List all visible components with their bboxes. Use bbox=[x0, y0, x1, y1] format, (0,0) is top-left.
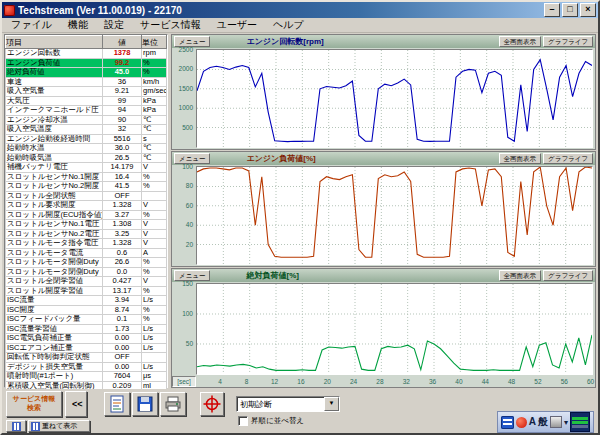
table-row[interactable]: スロットル全閉学習値0.427V bbox=[6, 277, 167, 287]
table-row[interactable]: スロットルモータ電流0.6A bbox=[6, 248, 167, 258]
x-tick-label: 28 bbox=[376, 378, 383, 385]
table-row[interactable]: デポジット損失空気量0.00L/s bbox=[6, 362, 167, 372]
table-row[interactable]: エンジン回転数1378rpm bbox=[6, 49, 167, 59]
table-row[interactable]: 回転低下時制御判定状態OFF bbox=[6, 353, 167, 363]
table-row[interactable]: 吸入空気量9.21gm/sec bbox=[6, 87, 167, 97]
diagnosis-mode-dropdown[interactable]: 初期診断 ▼ bbox=[236, 396, 340, 412]
graph-mode-button[interactable]: グラフライフ bbox=[543, 153, 593, 164]
absolute-load-plot[interactable] bbox=[196, 283, 593, 375]
fullscreen-button[interactable]: 全画面表示 bbox=[499, 270, 542, 281]
graph-mode-button[interactable]: グラフライフ bbox=[543, 36, 593, 47]
row-unit: A bbox=[142, 248, 167, 258]
menu-item-2[interactable]: 機能 bbox=[60, 18, 96, 32]
y-tick-label: 50 bbox=[186, 340, 193, 347]
service-info-search-button[interactable]: サービス情報 検索 bbox=[6, 391, 62, 417]
table-row[interactable]: エンジン始動後経過時間5516s bbox=[6, 134, 167, 144]
sort-option: 昇順に並べ替え bbox=[238, 416, 304, 426]
y-tick-label: 150 bbox=[182, 280, 193, 287]
table-row[interactable]: ISCフィードバック量0.1% bbox=[6, 315, 167, 325]
table-row[interactable]: スロットル全閉状態OFF bbox=[6, 191, 167, 201]
row-item: スロットルセンサNo.1電圧 bbox=[6, 220, 103, 230]
sort-ascending-checkbox[interactable] bbox=[238, 416, 248, 426]
row-unit: % bbox=[142, 258, 167, 268]
table-row[interactable]: スロットルセンサNo.2開度41.5% bbox=[6, 182, 167, 192]
table-row[interactable]: ISCエアコン補正量0.00L/s bbox=[6, 343, 167, 353]
snapshot-save-button[interactable] bbox=[132, 392, 158, 416]
table-row[interactable]: 車速36km/h bbox=[6, 77, 167, 87]
row-item: ISC流量 bbox=[6, 296, 103, 306]
row-value: 1.328 bbox=[103, 201, 142, 211]
maximize-button[interactable]: □ bbox=[562, 3, 578, 17]
row-item: 車速 bbox=[6, 77, 103, 87]
engine-speed-plot[interactable] bbox=[196, 49, 593, 148]
graph-mode-button[interactable]: グラフライフ bbox=[543, 270, 593, 281]
row-value: 8.74 bbox=[103, 305, 142, 315]
menu-item-4[interactable]: サービス情報 bbox=[132, 18, 209, 32]
table-row[interactable]: ISC流量3.94L/s bbox=[6, 296, 167, 306]
table-row[interactable]: ISC開度8.74% bbox=[6, 305, 167, 315]
y-tick-label: 500 bbox=[182, 124, 193, 131]
row-item: 始動時水温 bbox=[6, 144, 103, 154]
x-axis: [sec] 4812162024283236404448525660 bbox=[172, 376, 595, 387]
table-row[interactable]: 吸入空気温度32℃ bbox=[6, 125, 167, 135]
graph-view-toggle-button[interactable] bbox=[6, 420, 26, 432]
table-row[interactable]: スロットルセンサNo.2電圧3.25V bbox=[6, 229, 167, 239]
table-row[interactable]: 大気圧99kPa bbox=[6, 96, 167, 106]
fullscreen-button[interactable]: 全画面表示 bbox=[499, 36, 542, 47]
table-row[interactable]: スロットルモータ開側Duty26.6% bbox=[6, 258, 167, 268]
fullscreen-button[interactable]: 全画面表示 bbox=[499, 153, 542, 164]
row-value: 7604 bbox=[103, 372, 142, 382]
table-row[interactable]: スロットル開度(ECU指令値)3.27% bbox=[6, 210, 167, 220]
table-row[interactable]: 補機バッテリ電圧14.179V bbox=[6, 163, 167, 173]
ime-keyboard-icon[interactable] bbox=[501, 416, 514, 429]
table-row[interactable]: スロットルセンサNo.1電圧1.308V bbox=[6, 220, 167, 230]
menu-item-5[interactable]: ユーザー bbox=[209, 18, 265, 32]
table-row[interactable]: 始動時吸気温26.5℃ bbox=[6, 153, 167, 163]
ime-input-mode[interactable]: A bbox=[529, 413, 536, 431]
table-row[interactable]: ISC流量学習値1.73L/s bbox=[6, 324, 167, 334]
overlay-display-button[interactable]: 重ねて表示 bbox=[28, 420, 90, 432]
y-axis-labels: 50100150 bbox=[172, 282, 196, 376]
menu-item-3[interactable]: 設定 bbox=[96, 18, 132, 32]
service-info-label-line1: サービス情報 bbox=[13, 395, 56, 402]
row-unit: V bbox=[142, 163, 167, 173]
row-unit: ℃ bbox=[142, 153, 167, 163]
row-value: 13.17 bbox=[103, 286, 142, 296]
ime-conversion-mode[interactable]: 般 bbox=[538, 413, 548, 431]
table-row[interactable]: スロットルモータ指令電圧1.328V bbox=[6, 239, 167, 249]
table-row[interactable]: エンジン冷却水温90℃ bbox=[6, 115, 167, 125]
column-header-unit[interactable]: 単位 bbox=[142, 36, 167, 49]
column-header-value[interactable]: 値 bbox=[103, 36, 142, 49]
table-row[interactable]: スロットルモータ閉側Duty0.0% bbox=[6, 267, 167, 277]
close-button[interactable]: × bbox=[580, 3, 596, 17]
table-row[interactable]: ISC電気負荷補正量0.00L/s bbox=[6, 334, 167, 344]
main-content: 項目 値 単位 エンジン回転数1378rpmエンジン負荷値99.2%絶対負荷値4… bbox=[4, 34, 596, 388]
table-row[interactable]: エンジン負荷値99.2% bbox=[6, 58, 167, 68]
minimize-button[interactable]: – bbox=[544, 3, 560, 17]
table-row[interactable]: インテークマニホールド圧94kPa bbox=[6, 106, 167, 116]
row-value: 26.5 bbox=[103, 153, 142, 163]
row-item: スロットル全閉学習値 bbox=[6, 277, 103, 287]
collapse-panel-button[interactable]: << bbox=[65, 391, 87, 417]
table-row[interactable]: スロットル要求開度1.328V bbox=[6, 201, 167, 211]
ime-minimize-icon[interactable]: ▾ bbox=[564, 418, 568, 427]
table-row[interactable]: 始動時水温36.0℃ bbox=[6, 144, 167, 154]
menu-item-6[interactable]: ヘルプ bbox=[265, 18, 312, 32]
table-row[interactable]: スロットル開度学習値13.17% bbox=[6, 286, 167, 296]
ime-tools-icon[interactable] bbox=[550, 416, 562, 428]
row-unit: rpm bbox=[142, 49, 167, 59]
dropdown-arrow-icon[interactable]: ▼ bbox=[324, 397, 339, 411]
trigger-point-button[interactable] bbox=[200, 392, 224, 416]
table-row[interactable]: 絶対負荷値45.0% bbox=[6, 68, 167, 78]
ime-input-style-icon[interactable] bbox=[516, 417, 527, 428]
menu-item-1[interactable]: ファイル bbox=[3, 18, 60, 32]
table-row[interactable]: 噴射時間(#1ポート)7604μs bbox=[6, 372, 167, 382]
table-row[interactable]: スロットルセンサNo.1開度16.4% bbox=[6, 172, 167, 182]
chart-title: 絶対負荷値[%] bbox=[246, 270, 298, 281]
engine-load-plot[interactable] bbox=[196, 166, 593, 265]
print-button[interactable] bbox=[160, 392, 186, 416]
column-header-item[interactable]: 項目 bbox=[6, 36, 103, 49]
row-unit: V bbox=[142, 277, 167, 287]
datalist-report-button[interactable] bbox=[104, 392, 130, 416]
chart-header: メニュー エンジン回転数[rpm] 全画面表示 グラフライフ bbox=[172, 35, 595, 48]
